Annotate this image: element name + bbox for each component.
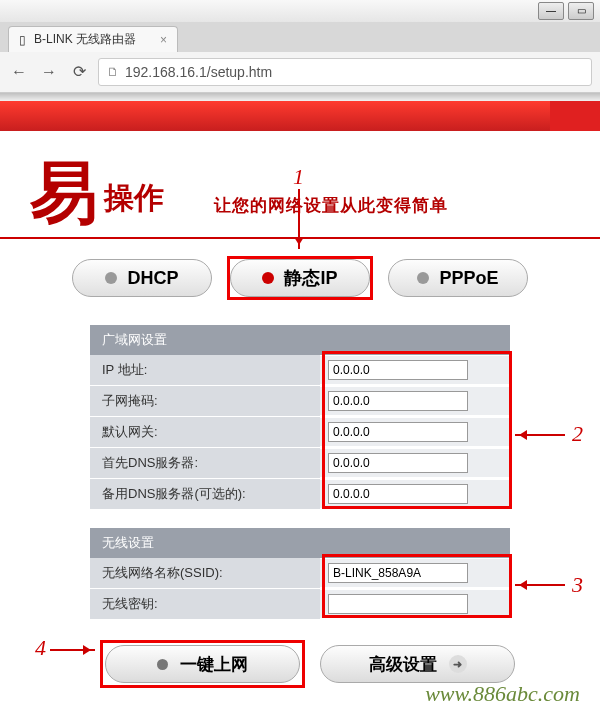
key-row: 无线密钥: (90, 589, 510, 620)
window-controls: — ▭ (0, 0, 600, 22)
annotation-3: 3 (572, 572, 583, 598)
ssid-row: 无线网络名称(SSID): (90, 558, 510, 589)
shadow-decoration (0, 93, 600, 101)
dns1-label: 首先DNS服务器: (90, 448, 320, 478)
key-input[interactable] (328, 594, 468, 614)
ssid-input[interactable] (328, 563, 468, 583)
connection-mode-tabs: DHCP 静态IP PPPoE (0, 259, 600, 297)
tab-title: B-LINK 无线路由器 (34, 31, 136, 48)
ip-label: IP 地址: (90, 355, 320, 385)
wlan-header: 无线设置 (90, 528, 510, 558)
watermark: www.886abc.com (425, 681, 580, 707)
dns2-input[interactable] (328, 484, 468, 504)
gateway-row: 默认网关: (90, 417, 510, 448)
main-content: 1 DHCP 静态IP PPPoE 广域网设置 IP 地址: 子网掩码: 默认网… (0, 239, 600, 710)
url-input[interactable]: 🗋 192.168.16.1/setup.htm (98, 58, 592, 86)
arrow-4 (50, 649, 95, 651)
dhcp-label: DHCP (127, 268, 178, 289)
url-text: 192.168.16.1/setup.htm (125, 64, 272, 80)
arrow-1 (298, 189, 300, 249)
annotation-4: 4 (35, 635, 46, 661)
mask-input[interactable] (328, 391, 468, 411)
wan-section: 广域网设置 IP 地址: 子网掩码: 默认网关: 首先DNS服务器: 备用DNS… (90, 325, 510, 510)
radio-icon (417, 272, 429, 284)
minimize-button[interactable]: — (538, 2, 564, 20)
forward-button[interactable]: → (38, 61, 60, 83)
logo-text: 操作 (104, 178, 164, 227)
tab-bar: ▯ B-LINK 无线路由器 × (0, 22, 600, 52)
arrow-2 (515, 434, 565, 436)
radio-icon (105, 272, 117, 284)
wan-header: 广域网设置 (90, 325, 510, 355)
page-icon: ▯ (19, 33, 26, 47)
quick-connect-label: 一键上网 (180, 653, 248, 676)
radio-icon (262, 272, 274, 284)
advanced-settings-label: 高级设置 (369, 653, 437, 676)
address-bar: ← → ⟳ 🗋 192.168.16.1/setup.htm (0, 52, 600, 92)
mask-label: 子网掩码: (90, 386, 320, 416)
quick-connect-button[interactable]: 一键上网 (105, 645, 300, 683)
logo-character: 易 (30, 159, 98, 227)
mask-row: 子网掩码: (90, 386, 510, 417)
dns2-row: 备用DNS服务器(可选的): (90, 479, 510, 510)
pppoe-tab[interactable]: PPPoE (388, 259, 528, 297)
arrow-3 (515, 584, 565, 586)
ip-row: IP 地址: (90, 355, 510, 386)
maximize-button[interactable]: ▭ (568, 2, 594, 20)
static-ip-label: 静态IP (284, 266, 337, 290)
ssid-label: 无线网络名称(SSID): (90, 558, 320, 588)
browser-chrome: — ▭ ▯ B-LINK 无线路由器 × ← → ⟳ 🗋 192.168.16.… (0, 0, 600, 93)
gateway-input[interactable] (328, 422, 468, 442)
browser-tab[interactable]: ▯ B-LINK 无线路由器 × (8, 26, 178, 52)
wlan-section: 无线设置 无线网络名称(SSID): 无线密钥: (90, 528, 510, 620)
logo: 易 操作 (30, 159, 164, 227)
file-icon: 🗋 (107, 65, 119, 79)
dns1-input[interactable] (328, 453, 468, 473)
advanced-settings-button[interactable]: 高级设置 ➜ (320, 645, 515, 683)
dot-icon (157, 659, 168, 670)
annotation-2: 2 (572, 421, 583, 447)
gateway-label: 默认网关: (90, 417, 320, 447)
back-button[interactable]: ← (8, 61, 30, 83)
reload-button[interactable]: ⟳ (68, 61, 90, 83)
pppoe-label: PPPoE (439, 268, 498, 289)
annotation-1: 1 (293, 164, 304, 190)
dns2-label: 备用DNS服务器(可选的): (90, 479, 320, 509)
key-label: 无线密钥: (90, 589, 320, 619)
ip-input[interactable] (328, 360, 468, 380)
close-icon[interactable]: × (160, 33, 167, 47)
top-banner (0, 101, 600, 131)
static-ip-tab[interactable]: 静态IP (230, 259, 370, 297)
tagline: 让您的网络设置从此变得简单 (214, 194, 448, 227)
dhcp-tab[interactable]: DHCP (72, 259, 212, 297)
arrow-icon: ➜ (449, 655, 467, 673)
dns1-row: 首先DNS服务器: (90, 448, 510, 479)
